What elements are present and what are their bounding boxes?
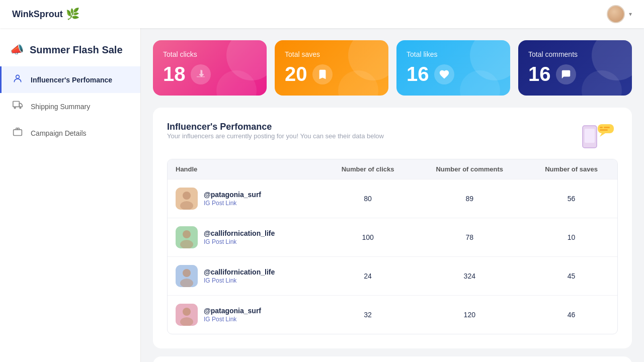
- svg-point-13: [183, 192, 191, 200]
- influencer-avatar-0: [176, 188, 198, 210]
- comments-cell-1: 78: [414, 218, 526, 257]
- sidebar-item-label-campaign: Campaign Details: [31, 129, 87, 137]
- ig-post-link-2[interactable]: IG Post Link: [204, 277, 275, 284]
- sidebar-item-campaign-details[interactable]: Campaign Details: [0, 120, 140, 146]
- saves-icon-circle: [312, 64, 333, 84]
- clicks-cell-1: 100: [322, 218, 414, 257]
- influencer-avatar-1: [176, 226, 198, 248]
- campaign-details-icon: [12, 127, 24, 139]
- svg-rect-11: [600, 129, 608, 131]
- clicks-cell-0: 80: [322, 179, 414, 218]
- svg-rect-6: [585, 129, 595, 143]
- stat-value-likes: 16: [407, 63, 429, 85]
- table-row: @patagonia_surf IG Post Link 80 89 56: [168, 179, 617, 218]
- influencer-cell-0: @patagonia_surf IG Post Link: [168, 179, 322, 218]
- influencer-avatar-3: [176, 304, 198, 326]
- panel-subtitle: Your influencers are currently posting f…: [167, 132, 384, 140]
- svg-rect-10: [604, 127, 610, 128]
- influencer-name-1: @callifornication_life: [204, 229, 275, 237]
- logo-leaf-icon: 🌿: [66, 8, 79, 21]
- stat-card-comments: Total comments 16: [518, 40, 632, 96]
- col-header-clicks: Number of clicks: [322, 159, 414, 179]
- stat-value-clicks: 18: [163, 63, 186, 85]
- svg-point-19: [183, 269, 191, 277]
- saves-cell-2: 45: [525, 257, 617, 296]
- svg-marker-8: [600, 133, 605, 137]
- col-header-comments: Number of comments: [414, 159, 526, 179]
- comments-cell-2: 324: [414, 257, 526, 296]
- influencer-avatar-2: [176, 265, 198, 287]
- payments-panel: Influencer Payments Here are all your ea…: [153, 356, 632, 362]
- avatar: [607, 5, 625, 23]
- svg-rect-9: [600, 127, 603, 128]
- stat-card-clicks: Total clicks 18: [153, 40, 267, 96]
- saves-cell-1: 10: [525, 218, 617, 257]
- svg-rect-4: [14, 130, 22, 136]
- influencer-name-0: @patagonia_surf: [204, 191, 261, 199]
- logo: WinkSprout 🌿: [12, 8, 79, 21]
- table-row: @patagonia_surf IG Post Link 32 120 46: [168, 296, 617, 334]
- saves-cell-3: 46: [525, 296, 617, 334]
- col-header-saves: Number of saves: [525, 159, 617, 179]
- influencer-name-2: @callifornication_life: [204, 268, 275, 276]
- saves-cell-0: 56: [525, 179, 617, 218]
- comments-cell-0: 89: [414, 179, 526, 218]
- topbar: WinkSprout 🌿 ▾: [0, 0, 644, 28]
- stat-label-likes: Total likes: [407, 50, 500, 58]
- sidebar-item-label-performance: Influencer's Perfomance: [31, 76, 112, 84]
- ig-post-link-0[interactable]: IG Post Link: [204, 200, 261, 207]
- clicks-cell-2: 24: [322, 257, 414, 296]
- svg-point-2: [14, 107, 16, 109]
- comments-icon-circle: [556, 64, 576, 84]
- logo-text: WinkSprout: [12, 9, 63, 20]
- sidebar: 📣 Summer Flash Sale Influencer's Perfoma…: [0, 28, 141, 362]
- panel-header-left: Influencer's Perfomance Your influencers…: [167, 122, 384, 150]
- campaign-title: Summer Flash Sale: [30, 44, 123, 56]
- svg-rect-7: [598, 124, 614, 133]
- panel-header: Influencer's Perfomance Your influencers…: [167, 122, 618, 156]
- stats-row: Total clicks 18 Total saves 20: [153, 40, 632, 96]
- comments-cell-3: 120: [414, 296, 526, 334]
- clicks-cell-3: 32: [322, 296, 414, 334]
- table-row: @callifornication_life IG Post Link 100 …: [168, 218, 617, 257]
- sidebar-item-influencer-performance[interactable]: Influencer's Perfomance: [0, 66, 140, 93]
- stat-label-clicks: Total clicks: [163, 50, 257, 58]
- clicks-icon-circle: [191, 64, 211, 84]
- influencer-cell-3: @patagonia_surf IG Post Link: [168, 296, 322, 334]
- ig-post-link-1[interactable]: IG Post Link: [204, 238, 275, 245]
- main-content: Total clicks 18 Total saves 20: [141, 28, 644, 362]
- table-row: @callifornication_life IG Post Link 24 3…: [168, 257, 617, 296]
- stat-label-comments: Total comments: [528, 50, 622, 58]
- influencer-cell-2: @callifornication_life IG Post Link: [168, 257, 322, 296]
- influencer-cell-1: @callifornication_life IG Post Link: [168, 218, 322, 257]
- panel-title: Influencer's Perfomance: [167, 122, 384, 132]
- svg-rect-1: [13, 102, 19, 107]
- influencer-icon: [12, 73, 24, 86]
- svg-point-3: [20, 107, 21, 109]
- svg-point-16: [183, 230, 191, 238]
- stat-value-comments: 16: [528, 63, 551, 85]
- stat-card-likes: Total likes 16: [396, 40, 510, 96]
- panel-illustration: [578, 122, 618, 156]
- ig-post-link-3[interactable]: IG Post Link: [204, 316, 261, 323]
- sidebar-item-label-shipping: Shipping Summary: [31, 103, 90, 111]
- performance-panel: Influencer's Perfomance Your influencers…: [153, 108, 632, 348]
- likes-icon-circle: [434, 64, 454, 84]
- campaign-header: 📣 Summer Flash Sale: [0, 38, 140, 66]
- col-header-handle: Handle: [168, 159, 322, 179]
- campaign-icon: 📣: [10, 43, 24, 56]
- shipping-icon: [12, 100, 24, 113]
- influencer-name-3: @patagonia_surf: [204, 307, 261, 315]
- stat-label-saves: Total saves: [285, 50, 378, 58]
- user-menu[interactable]: ▾: [607, 5, 632, 23]
- sidebar-item-shipping-summary[interactable]: Shipping Summary: [0, 93, 140, 120]
- stat-card-saves: Total saves 20: [275, 40, 388, 96]
- table-header-row: Handle Number of clicks Number of commen…: [168, 159, 617, 179]
- svg-point-22: [183, 308, 191, 316]
- chevron-down-icon: ▾: [629, 11, 632, 18]
- influencer-table: Handle Number of clicks Number of commen…: [167, 159, 618, 334]
- stat-value-saves: 20: [285, 63, 307, 85]
- svg-point-0: [16, 75, 20, 78]
- layout: 📣 Summer Flash Sale Influencer's Perfoma…: [0, 28, 644, 362]
